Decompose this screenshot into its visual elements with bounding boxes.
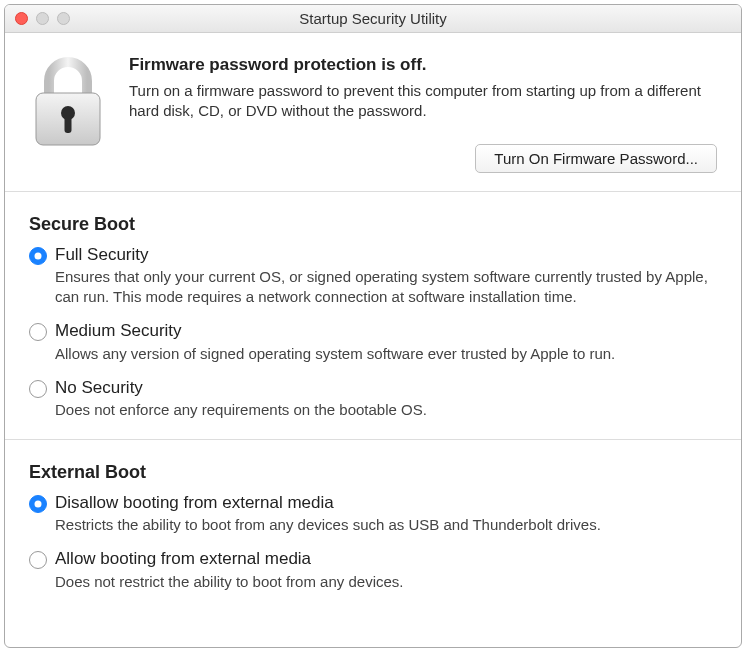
firmware-text: Firmware password protection is off. Tur… — [129, 55, 717, 173]
secure-boot-option-full[interactable]: Full Security Ensures that only your cur… — [29, 245, 717, 308]
firmware-password-section: Firmware password protection is off. Tur… — [5, 33, 741, 192]
turn-on-firmware-password-button[interactable]: Turn On Firmware Password... — [475, 144, 717, 173]
minimize-icon — [36, 12, 49, 25]
option-desc: Does not restrict the ability to boot fr… — [55, 572, 717, 592]
option-label: Allow booting from external media — [55, 549, 717, 569]
zoom-icon — [57, 12, 70, 25]
radio-icon[interactable] — [29, 323, 47, 341]
window-title: Startup Security Utility — [299, 10, 447, 27]
secure-boot-section: Secure Boot Full Security Ensures that o… — [5, 192, 741, 439]
option-desc: Allows any version of signed operating s… — [55, 344, 717, 364]
external-boot-option-allow[interactable]: Allow booting from external media Does n… — [29, 549, 717, 592]
radio-icon[interactable] — [29, 551, 47, 569]
option-label: Medium Security — [55, 321, 717, 341]
radio-icon[interactable] — [29, 247, 47, 265]
titlebar: Startup Security Utility — [5, 5, 741, 33]
secure-boot-option-none[interactable]: No Security Does not enforce any require… — [29, 378, 717, 421]
radio-icon[interactable] — [29, 380, 47, 398]
secure-boot-title: Secure Boot — [29, 214, 717, 235]
lock-icon — [29, 55, 107, 173]
option-label: Disallow booting from external media — [55, 493, 717, 513]
external-boot-title: External Boot — [29, 462, 717, 483]
secure-boot-option-medium[interactable]: Medium Security Allows any version of si… — [29, 321, 717, 364]
option-desc: Restricts the ability to boot from any d… — [55, 515, 717, 535]
external-boot-section: External Boot Disallow booting from exte… — [5, 439, 741, 610]
firmware-description: Turn on a firmware password to prevent t… — [129, 81, 717, 122]
option-label: Full Security — [55, 245, 717, 265]
window: Startup Security Utility — [4, 4, 742, 648]
external-boot-option-disallow[interactable]: Disallow booting from external media Res… — [29, 493, 717, 536]
firmware-heading: Firmware password protection is off. — [129, 55, 717, 75]
radio-icon[interactable] — [29, 495, 47, 513]
option-label: No Security — [55, 378, 717, 398]
option-desc: Ensures that only your current OS, or si… — [55, 267, 717, 308]
close-icon[interactable] — [15, 12, 28, 25]
traffic-lights — [15, 12, 70, 25]
svg-rect-2 — [65, 115, 72, 133]
option-desc: Does not enforce any requirements on the… — [55, 400, 717, 420]
